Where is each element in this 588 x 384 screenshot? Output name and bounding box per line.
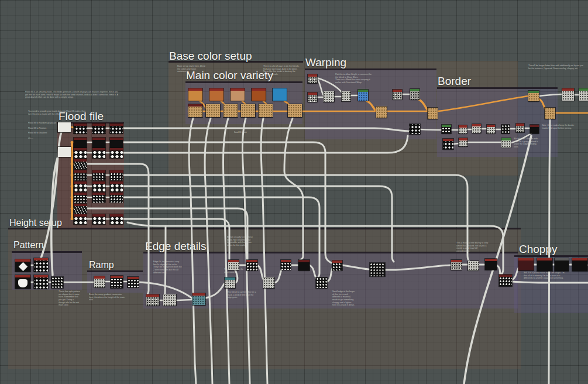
graph-node[interactable] [110, 193, 123, 203]
wire-white [342, 265, 369, 269]
graph-node[interactable] [225, 277, 235, 288]
graph-node[interactable] [288, 104, 302, 117]
graph-node[interactable] [34, 275, 48, 289]
graph-node[interactable] [92, 181, 105, 191]
graph-node[interactable] [370, 263, 385, 276]
graph-node[interactable] [518, 258, 534, 270]
graph-node[interactable] [410, 124, 420, 134]
graph-node[interactable] [499, 275, 512, 286]
graph-node[interactable] [579, 88, 588, 101]
graph-node[interactable] [273, 88, 287, 101]
graph-node[interactable] [92, 170, 105, 180]
graph-node[interactable] [188, 88, 202, 101]
graph-node[interactable] [537, 258, 552, 271]
graph-node[interactable] [110, 181, 123, 191]
graph-node[interactable] [74, 148, 87, 158]
graph-node[interactable] [74, 214, 87, 224]
graph-node[interactable] [163, 294, 176, 306]
graph-node[interactable] [209, 88, 223, 101]
graph-canvas[interactable]: Base color setup Main color variety Warp… [0, 0, 588, 384]
graph-node[interactable] [51, 277, 63, 288]
graph-node[interactable] [74, 138, 87, 148]
graph-node[interactable] [92, 138, 105, 148]
graph-node[interactable] [74, 204, 87, 214]
graph-node[interactable] [487, 125, 495, 133]
graph-node[interactable] [92, 193, 105, 203]
graph-node[interactable] [252, 88, 266, 101]
graph-node[interactable] [15, 259, 30, 272]
graph-node[interactable] [281, 260, 291, 270]
node-thumbnail [110, 150, 123, 158]
graph-node[interactable] [228, 260, 239, 270]
graph-node[interactable] [58, 147, 71, 157]
graph-node[interactable] [528, 91, 539, 101]
graph-node[interactable] [74, 124, 87, 133]
graph-node[interactable] [501, 125, 510, 133]
graph-node[interactable] [459, 138, 467, 146]
graph-node[interactable] [111, 276, 123, 288]
graph-node[interactable] [308, 74, 317, 83]
graph-node[interactable] [246, 260, 257, 270]
graph-node[interactable] [501, 138, 511, 148]
graph-node[interactable] [259, 104, 273, 117]
graph-node[interactable] [459, 125, 467, 133]
node-thumbnail [74, 162, 87, 169]
graph-node[interactable] [146, 294, 159, 306]
graph-node[interactable] [324, 91, 334, 102]
graph-node[interactable] [298, 260, 310, 270]
graph-node[interactable] [516, 124, 524, 132]
graph-node[interactable] [128, 277, 139, 287]
graph-node[interactable] [192, 293, 205, 305]
graph-node[interactable] [74, 170, 87, 180]
graph-node[interactable] [572, 258, 587, 271]
graph-node[interactable] [308, 92, 317, 102]
graph-node[interactable] [443, 139, 453, 149]
wire-white [549, 119, 550, 384]
graph-node[interactable] [358, 90, 368, 101]
graph-node[interactable] [15, 275, 30, 289]
graph-node[interactable] [562, 88, 574, 101]
graph-node[interactable] [451, 260, 462, 270]
wire-white [274, 268, 282, 283]
graph-node[interactable] [428, 108, 438, 119]
node-thumbnail [332, 263, 342, 270]
graph-node[interactable] [92, 214, 105, 224]
graph-node[interactable] [110, 170, 123, 180]
graph-node[interactable] [188, 104, 202, 117]
graph-node[interactable] [74, 193, 87, 203]
graph-node[interactable] [376, 107, 387, 118]
graph-node[interactable] [342, 91, 350, 101]
graph-node[interactable] [58, 122, 71, 132]
graph-node[interactable] [530, 125, 539, 133]
graph-node[interactable] [393, 90, 402, 100]
graph-node[interactable] [241, 104, 255, 117]
graph-node[interactable] [223, 104, 238, 117]
graph-node[interactable] [485, 259, 497, 270]
graph-node[interactable] [74, 181, 87, 191]
graph-node[interactable] [94, 276, 105, 287]
graph-node[interactable] [263, 277, 274, 288]
wire-white [205, 284, 224, 298]
graph-node[interactable] [110, 148, 123, 158]
graph-node[interactable] [110, 138, 123, 148]
graph-node[interactable] [332, 260, 342, 270]
graph-node[interactable] [92, 124, 105, 133]
graph-node[interactable] [110, 214, 123, 224]
graph-node[interactable] [231, 88, 245, 101]
graph-node[interactable] [410, 89, 419, 100]
graph-node[interactable] [316, 277, 327, 288]
graph-node[interactable] [545, 108, 555, 119]
graph-node[interactable] [555, 258, 569, 271]
graph-node[interactable] [74, 159, 87, 169]
wire-white [123, 128, 408, 131]
node-thumbnail [393, 92, 402, 100]
graph-node[interactable] [92, 148, 105, 158]
node-thumbnail [428, 108, 438, 119]
graph-node[interactable] [468, 261, 479, 270]
graph-node[interactable] [442, 125, 451, 133]
graph-node[interactable] [34, 258, 48, 272]
node-thumbnail [579, 91, 588, 101]
graph-node[interactable] [206, 104, 220, 117]
graph-node[interactable] [472, 124, 481, 133]
graph-node[interactable] [110, 124, 123, 133]
